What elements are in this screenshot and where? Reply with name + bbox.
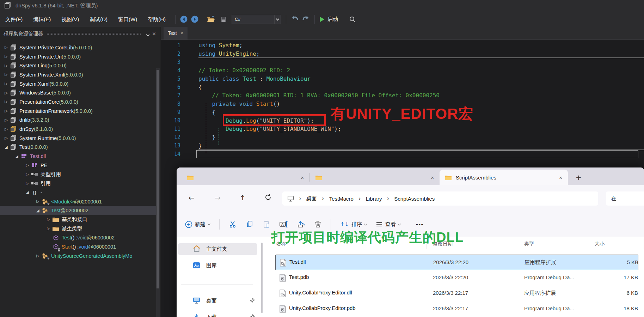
code-line[interactable]: 3: [161, 58, 644, 66]
expander-icon[interactable]: ▷: [46, 226, 51, 231]
tree-item[interactable]: Start() : void @06000001: [0, 242, 160, 251]
column-header[interactable]: 大小: [595, 241, 605, 247]
tree-item[interactable]: ▷基类和接口: [0, 215, 160, 224]
expander-icon[interactable]: ▷: [4, 72, 9, 77]
expander-icon[interactable]: ◢: [35, 208, 41, 213]
tree-item[interactable]: ◢Test.dll: [0, 152, 160, 161]
menu-debug[interactable]: 调试(D): [84, 12, 113, 27]
tree-item[interactable]: ▷♥UnitySourceGeneratedAssemblyMo: [0, 251, 160, 261]
tab-close-icon[interactable]: ×: [301, 175, 304, 181]
tree-item[interactable]: ▷引用: [0, 179, 160, 188]
explorer-tab-active[interactable]: ScriptAssemblies ×: [440, 170, 568, 185]
code-line[interactable]: 1using System;: [161, 41, 644, 50]
file-row[interactable]: Unity.CollabProxy.Editor.dll2026/3/3 22:…: [275, 286, 638, 301]
code-line[interactable]: 5public class Test : MonoBehaviour: [161, 75, 644, 83]
breadcrumb-desktop[interactable]: 桌面: [306, 195, 317, 202]
expander-icon[interactable]: ▷: [4, 109, 9, 113]
undo-icon[interactable]: [290, 14, 299, 25]
share-button[interactable]: [297, 220, 305, 228]
expander-icon[interactable]: ▷: [4, 99, 9, 104]
menu-help[interactable]: 帮助(H): [142, 12, 171, 27]
expander-icon[interactable]: ▷: [4, 127, 9, 132]
tree-scrollbar[interactable]: [156, 68, 160, 317]
code-line[interactable]: 11 Debug.Log("UNITY_STANDALONE_WIN");: [161, 125, 644, 133]
expander-icon[interactable]: ▷: [4, 91, 9, 95]
view-button[interactable]: 查看: [376, 221, 400, 228]
expander-icon[interactable]: ▷: [35, 254, 41, 258]
expander-icon[interactable]: ▷: [46, 217, 51, 222]
search-icon[interactable]: [349, 14, 356, 25]
new-button[interactable]: 新建: [185, 221, 210, 228]
expander-icon[interactable]: ▷: [4, 136, 9, 140]
explorer-tab[interactable]: ×: [182, 170, 309, 185]
expander-icon[interactable]: ◢: [14, 154, 19, 159]
tree-item[interactable]: ◢Test (0.0.0.0): [0, 143, 160, 152]
delete-button[interactable]: [314, 220, 321, 228]
tree-item[interactable]: ▷♥<Module> @02000001: [0, 197, 160, 206]
column-divider[interactable]: [518, 239, 518, 249]
breadcrumb-scriptassemblies[interactable]: ScriptAssemblies: [394, 196, 435, 202]
rename-button[interactable]: A: [280, 220, 288, 228]
nav-forward-icon[interactable]: →: [215, 194, 221, 202]
menu-edit[interactable]: 编辑(E): [28, 12, 56, 27]
breadcrumb-library[interactable]: Library: [366, 196, 382, 202]
code-area[interactable]: 1using System;2using UnityEngine;34// To…: [161, 40, 644, 158]
expander-icon[interactable]: ◢: [4, 145, 9, 150]
code-line[interactable]: 4// Token: 0x02000002 RID: 2: [161, 66, 644, 75]
menu-view[interactable]: 视图(V): [56, 12, 84, 27]
nav-refresh-icon[interactable]: [264, 194, 272, 203]
expander-icon[interactable]: ▷: [4, 63, 9, 68]
tree-item[interactable]: ▷类型引用: [0, 170, 160, 179]
sidebar-item-desktop[interactable]: 桌面: [178, 295, 257, 307]
expander-icon[interactable]: ◢: [25, 190, 30, 195]
redo-icon[interactable]: [302, 14, 310, 25]
expander-icon[interactable]: ▷: [4, 118, 9, 122]
expander-icon[interactable]: ▷: [25, 172, 30, 177]
panel-menu-icon[interactable]: [145, 31, 151, 37]
tree-item[interactable]: ▷System.Linq (5.0.0.0): [0, 61, 160, 70]
expander-icon[interactable]: ▷: [25, 181, 30, 186]
code-line[interactable]: 14: [161, 150, 644, 158]
breadcrumb-testmacro[interactable]: TestMacro: [329, 196, 354, 202]
sidebar-item-download[interactable]: 下载: [178, 311, 257, 317]
menu-window[interactable]: 窗口(W): [113, 12, 142, 27]
address-bar[interactable]: › 桌面 › TestMacro › Library › ScriptAssem…: [282, 191, 598, 206]
start-button[interactable]: 启动: [320, 14, 338, 25]
tree-item[interactable]: ▷System.Xaml (5.0.0.0): [0, 79, 160, 89]
menu-file[interactable]: 文件(F): [0, 12, 28, 27]
sidebar-item-gallery[interactable]: 图库: [178, 260, 257, 272]
nav-back-icon[interactable]: ←: [189, 194, 195, 202]
save-all-icon[interactable]: [220, 14, 227, 25]
tree-item[interactable]: ▷WindowsBase (5.0.0.0): [0, 88, 160, 97]
column-header[interactable]: 类型: [524, 241, 534, 247]
back-icon[interactable]: [180, 14, 188, 25]
explorer-tab[interactable]: ×: [310, 170, 440, 185]
file-row[interactable]: Test.dll2026/3/3 22:20应用程序扩展5 KB: [275, 255, 638, 270]
file-row[interactable]: Unity.CollabProxy.Editor.pdb2026/3/3 22:…: [275, 301, 638, 317]
tree-item[interactable]: ▷PresentationFramework (5.0.0.0): [0, 106, 160, 116]
expander-icon[interactable]: ▷: [4, 45, 9, 50]
expander-icon[interactable]: ▷: [4, 54, 9, 59]
new-tab-icon[interactable]: +: [576, 173, 582, 182]
sidebar-scrollbar[interactable]: [261, 243, 263, 313]
tree-item[interactable]: ▷派生类型: [0, 224, 160, 233]
code-line[interactable]: 2using UnityEngine;: [161, 50, 644, 58]
tree-item[interactable]: ▷PresentationCore (5.0.0.0): [0, 97, 160, 106]
more-options-icon[interactable]: •••: [416, 221, 424, 227]
forward-icon[interactable]: [191, 14, 199, 25]
column-divider[interactable]: [582, 239, 582, 249]
nav-up-icon[interactable]: ↑: [240, 194, 246, 202]
open-file-icon[interactable]: [207, 14, 215, 25]
tree-item[interactable]: ▷System.Private.CoreLib (5.0.0.0): [0, 43, 160, 52]
code-line[interactable]: 13}: [161, 141, 644, 150]
search-input[interactable]: 在: [606, 191, 644, 206]
tab-test[interactable]: Test ×: [164, 27, 188, 39]
sidebar-item-home[interactable]: 主文件夹: [178, 243, 257, 255]
code-line[interactable]: 7 // Token: 0x06000001 RID: 1 RVA: 0x000…: [161, 91, 644, 100]
paste-button[interactable]: [263, 220, 270, 228]
tab-close-icon[interactable]: ×: [559, 175, 562, 181]
tree-item[interactable]: ▷System.Private.Uri (5.0.0.0): [0, 52, 160, 61]
copy-button[interactable]: [246, 220, 253, 228]
file-row[interactable]: Test.pdb2026/3/3 22:20Program Debug Da..…: [275, 270, 638, 286]
code-line[interactable]: 6{: [161, 83, 644, 91]
